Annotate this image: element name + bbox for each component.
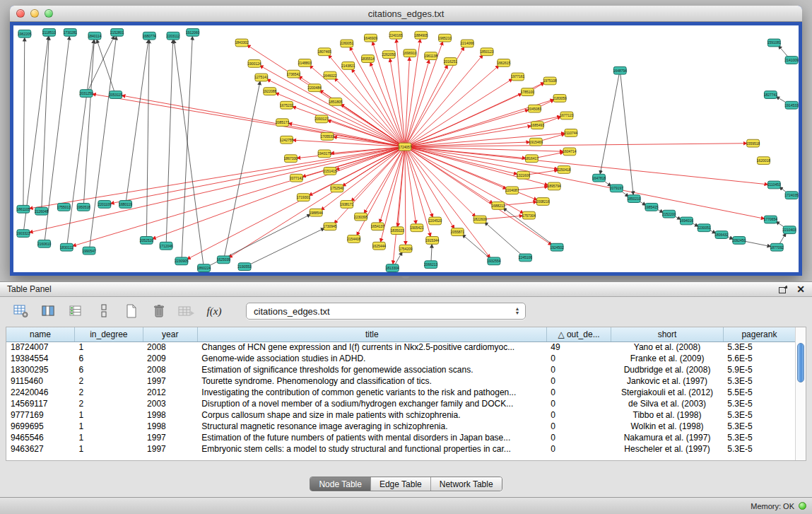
graph-node[interactable]: 1807465 — [317, 48, 331, 56]
memory-status-icon[interactable] — [799, 502, 806, 510]
table-cell[interactable]: Estimation of significance thresholds fo… — [197, 364, 546, 375]
graph-node[interactable]: 1950518 — [77, 203, 90, 211]
table-row[interactable]: 946554611997Estimation of the future num… — [6, 432, 795, 443]
table-cell[interactable]: de Silva et al. (2003) — [611, 398, 724, 409]
table-cell[interactable]: Genome-wide association studies in ADHD. — [197, 353, 546, 364]
table-scrollbar[interactable] — [795, 327, 806, 460]
table-cell[interactable]: 0 — [546, 375, 611, 387]
graph-node[interactable]: 1903323 — [16, 230, 30, 238]
column-header[interactable]: title — [197, 327, 546, 341]
table-cell[interactable]: Yano et al. (2008) — [611, 341, 724, 353]
graph-node[interactable]: 1835023 — [391, 227, 404, 235]
table-cell[interactable]: 2008 — [143, 341, 197, 353]
graph-edge[interactable] — [30, 147, 402, 232]
table-cell[interactable]: 5.9E-5 — [723, 364, 795, 375]
column-header[interactable]: △ out_de... — [546, 327, 611, 341]
graph-node[interactable]: 1867330 — [284, 155, 298, 163]
graph-node[interactable]: 2183059 — [553, 95, 566, 103]
graph-edge[interactable] — [267, 79, 402, 146]
table-row[interactable]: 969969511998Structural magnetic resonanc… — [6, 421, 795, 432]
graph-node[interactable]: 1915344 — [425, 237, 439, 245]
table-cell[interactable]: 2012 — [143, 387, 197, 398]
graph-edge[interactable] — [408, 110, 529, 146]
graph-node[interactable]: 1677123 — [560, 112, 573, 119]
graph-node[interactable]: 1861105 — [16, 205, 30, 213]
graph-node[interactable]: 2260051 — [340, 40, 353, 47]
graph-edge[interactable] — [516, 187, 548, 190]
graph-node[interactable]: 2250418 — [557, 166, 570, 174]
graph-edge[interactable] — [431, 245, 432, 262]
graph-edge[interactable] — [331, 147, 401, 153]
graph-node[interactable]: 1816417 — [525, 155, 539, 163]
graph-node[interactable]: 1321606 — [517, 171, 530, 179]
graph-node[interactable]: 1730945 — [323, 223, 336, 230]
graph-edge[interactable] — [390, 59, 404, 144]
tab-network-table[interactable]: Network Table — [430, 477, 502, 491]
graph-node[interactable]: 1694016 — [680, 217, 693, 225]
graph-edge[interactable] — [406, 60, 429, 144]
table-cell[interactable]: 5.5E-5 — [723, 387, 795, 398]
graph-node[interactable]: 2126048 — [35, 207, 48, 215]
table-cell[interactable]: 5.3E-5 — [723, 409, 795, 421]
graph-node[interactable]: 1962205 — [18, 30, 31, 37]
table-cell[interactable]: 9777169 — [6, 409, 75, 421]
graph-edge[interactable] — [146, 40, 149, 238]
graph-node[interactable]: 2052520 — [140, 237, 153, 245]
graph-node[interactable]: 2152200 — [662, 210, 676, 218]
graph-node[interactable]: 2031250 — [79, 90, 93, 98]
graph-edge[interactable] — [93, 94, 401, 146]
graph-node[interactable]: 2214066 — [461, 40, 474, 47]
tab-edge-table[interactable]: Edge Table — [370, 477, 430, 491]
graph-node[interactable]: 1591081 — [767, 39, 781, 47]
graph-edge[interactable] — [364, 149, 403, 214]
graph-node[interactable]: 2190553 — [237, 263, 251, 271]
graph-edge[interactable] — [408, 148, 548, 185]
table-cell[interactable]: 6 — [75, 364, 143, 375]
table-mode-icon[interactable] — [13, 303, 30, 319]
table-cell[interactable]: 0 — [546, 387, 611, 398]
graph-node[interactable]: 2160610 — [37, 240, 51, 247]
graph-node[interactable]: 2151415 — [323, 167, 336, 175]
graph-node[interactable]: 2230051 — [698, 224, 711, 232]
graph-node[interactable]: 1806432 — [714, 231, 728, 239]
graph-edge[interactable] — [83, 40, 94, 204]
table-cell[interactable]: 22420046 — [6, 387, 75, 398]
graph-node[interactable]: 1646909 — [364, 34, 377, 42]
graph-node[interactable]: 2055871 — [451, 228, 464, 236]
graph-edge[interactable] — [483, 216, 523, 219]
graph-node[interactable]: 2262050 — [382, 51, 396, 59]
graph-edge[interactable] — [321, 148, 402, 210]
column-header[interactable]: year — [143, 327, 197, 341]
graph-edge[interactable] — [229, 148, 402, 258]
graph-node[interactable]: 2053115 — [109, 91, 122, 99]
graph-node[interactable]: 1877092 — [770, 243, 784, 251]
graph-edge[interactable] — [408, 148, 552, 245]
graph-node[interactable]: 1965210 — [438, 34, 452, 42]
table-cell[interactable]: Corpus callosum shape and size in male p… — [197, 409, 546, 421]
table-cell[interactable]: 2 — [75, 398, 143, 409]
graph-node[interactable]: 2200484 — [308, 84, 322, 92]
graph-node[interactable]: 2230395 — [354, 213, 367, 221]
table-cell[interactable]: 0 — [546, 364, 611, 375]
table-selector-dropdown[interactable]: citations_edges.txt ▲▼ — [246, 303, 526, 320]
table-cell[interactable]: 1997 — [143, 375, 197, 387]
table-cell[interactable]: Nakamura et al. (1997) — [611, 432, 724, 443]
graph-edge[interactable] — [166, 40, 172, 243]
graph-node[interactable]: 1915469 — [529, 138, 543, 146]
graph-node[interactable]: 1924502 — [550, 243, 563, 251]
graph-edge[interactable] — [97, 40, 114, 92]
graph-node[interactable]: 1724057 — [398, 143, 411, 151]
table-cell[interactable]: Tourette syndrome. Phenomenology and cla… — [197, 375, 546, 387]
graph-node[interactable]: 2154408 — [347, 235, 360, 243]
new-column-icon[interactable] — [123, 303, 140, 319]
graph-node[interactable]: 1724035 — [784, 192, 798, 199]
graph-node[interactable]: 1654137 — [371, 223, 384, 230]
graph-node[interactable]: 2110453 — [767, 181, 781, 189]
table-cell[interactable]: Changes of HCN gene expression and I(f) … — [197, 341, 546, 353]
graph-node[interactable]: 1785100 — [521, 88, 534, 96]
table-cell[interactable]: Dudbridge et al. (2008) — [611, 364, 724, 375]
graph-node[interactable]: 2152801 — [110, 28, 124, 36]
graph-edge[interactable] — [408, 148, 523, 213]
table-row[interactable]: 1830029562008Estimation of significance … — [6, 364, 795, 375]
graph-node[interactable]: 1851805 — [329, 98, 342, 105]
